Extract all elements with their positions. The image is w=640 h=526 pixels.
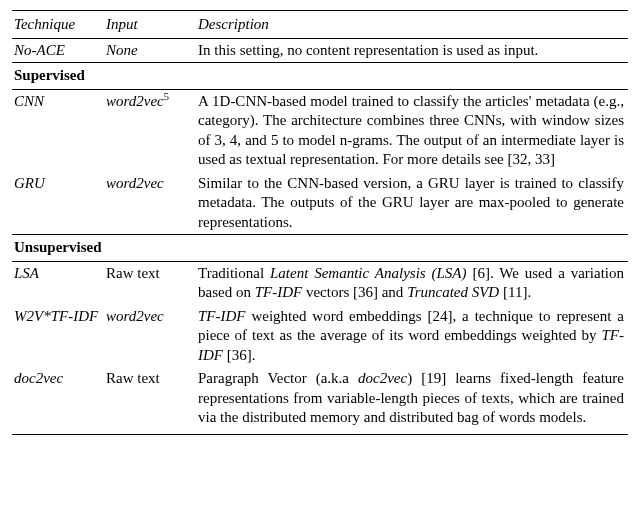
cell-technique: doc2vec xyxy=(12,367,104,434)
cell-input: Raw text xyxy=(104,367,196,434)
table-row: W2V*TF-IDF word2vec TF-IDF weighted word… xyxy=(12,305,628,368)
table-row: CNN word2vec5 A 1D-CNN-based model train… xyxy=(12,89,628,172)
footnote-marker: 5 xyxy=(164,91,169,102)
italic-term: TF-IDF xyxy=(255,284,303,300)
col-technique: Technique xyxy=(12,11,104,39)
italic-term: Truncated SVD xyxy=(407,284,499,300)
techniques-table: Technique Input Description No-ACE None … xyxy=(12,10,628,435)
italic-term: doc2vec xyxy=(358,370,407,386)
cell-input: word2vec xyxy=(104,172,196,235)
section-label: Supervised xyxy=(12,63,628,90)
italic-term: TF-IDF xyxy=(198,308,246,324)
cell-description: In this setting, no content representati… xyxy=(196,38,628,63)
table-row: GRU word2vec Similar to the CNN-based ve… xyxy=(12,172,628,235)
section-row-unsupervised: Unsupervised xyxy=(12,235,628,262)
cell-description: TF-IDF weighted word embeddings [24], a … xyxy=(196,305,628,368)
cell-description: Paragraph Vector (a.k.a doc2vec) [19] le… xyxy=(196,367,628,434)
input-text: word2vec xyxy=(106,93,164,109)
cell-technique: W2V*TF-IDF xyxy=(12,305,104,368)
cell-input: None xyxy=(104,38,196,63)
cell-input: word2vec5 xyxy=(104,89,196,172)
col-description: Description xyxy=(196,11,628,39)
text: Paragraph Vector (a.k.a xyxy=(198,370,358,386)
cell-description: Similar to the CNN-based version, a GRU … xyxy=(196,172,628,235)
cell-input: word2vec xyxy=(104,305,196,368)
cell-input: Raw text xyxy=(104,261,196,305)
section-row-supervised: Supervised xyxy=(12,63,628,90)
text: [36]. xyxy=(223,347,256,363)
text: [11]. xyxy=(499,284,531,300)
section-label: Unsupervised xyxy=(12,235,628,262)
table-row: LSA Raw text Traditional Latent Semantic… xyxy=(12,261,628,305)
italic-term: Latent Semantic Analysis (LSA) xyxy=(270,265,467,281)
cell-technique: LSA xyxy=(12,261,104,305)
cell-description: A 1D-CNN-based model trained to classify… xyxy=(196,89,628,172)
text: vectors [36] and xyxy=(302,284,407,300)
col-input: Input xyxy=(104,11,196,39)
cell-technique: No-ACE xyxy=(12,38,104,63)
cell-description: Traditional Latent Semantic Analysis (LS… xyxy=(196,261,628,305)
text: Traditional xyxy=(198,265,270,281)
table-row: No-ACE None In this setting, no content … xyxy=(12,38,628,63)
table-header-row: Technique Input Description xyxy=(12,11,628,39)
cell-technique: CNN xyxy=(12,89,104,172)
cell-technique: GRU xyxy=(12,172,104,235)
text: weighted word embeddings [24], a techniq… xyxy=(198,308,624,344)
table-row: doc2vec Raw text Paragraph Vector (a.k.a… xyxy=(12,367,628,434)
